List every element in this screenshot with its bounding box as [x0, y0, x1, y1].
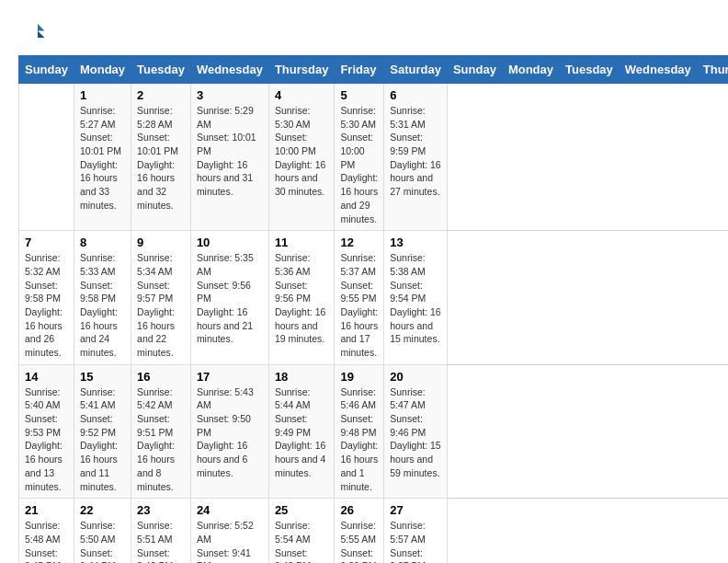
- header-tuesday: Tuesday: [131, 56, 191, 84]
- calendar-cell: 21Sunrise: 5:48 AM Sunset: 9:45 PM Dayli…: [19, 499, 74, 563]
- calendar-cell: 25Sunrise: 5:54 AM Sunset: 9:40 PM Dayli…: [268, 499, 335, 563]
- header-day-thursday: Thursday: [697, 56, 728, 84]
- day-number: 3: [197, 88, 263, 102]
- cell-content: Sunrise: 5:27 AM Sunset: 10:01 PM Daylig…: [80, 104, 125, 213]
- cell-content: Sunrise: 5:29 AM Sunset: 10:01 PM Daylig…: [197, 104, 263, 199]
- calendar-cell: 12Sunrise: 5:37 AM Sunset: 9:55 PM Dayli…: [335, 231, 384, 365]
- logo-icon: [18, 18, 46, 46]
- cell-content: Sunrise: 5:32 AM Sunset: 9:58 PM Dayligh…: [25, 251, 68, 360]
- day-number: 7: [25, 236, 68, 249]
- cell-content: Sunrise: 5:28 AM Sunset: 10:01 PM Daylig…: [137, 104, 185, 213]
- calendar-cell: 4Sunrise: 5:30 AM Sunset: 10:00 PM Dayli…: [268, 84, 335, 231]
- cell-content: Sunrise: 5:46 AM Sunset: 9:48 PM Dayligh…: [340, 385, 378, 494]
- calendar-cell: 18Sunrise: 5:44 AM Sunset: 9:49 PM Dayli…: [268, 364, 335, 499]
- header-day-sunday: Sunday: [447, 56, 502, 84]
- svg-marker-0: [38, 24, 45, 31]
- svg-marker-1: [38, 31, 45, 39]
- cell-content: Sunrise: 5:44 AM Sunset: 9:49 PM Dayligh…: [275, 385, 329, 480]
- cell-content: Sunrise: 5:40 AM Sunset: 9:53 PM Dayligh…: [25, 385, 68, 494]
- header-friday: Friday: [335, 56, 384, 84]
- cell-content: Sunrise: 5:34 AM Sunset: 9:57 PM Dayligh…: [137, 251, 185, 360]
- day-number: 26: [340, 503, 378, 517]
- page-header: [18, 18, 710, 46]
- day-number: 10: [197, 236, 263, 249]
- logo: [18, 18, 50, 46]
- cell-content: Sunrise: 5:51 AM Sunset: 9:43 PM Dayligh…: [137, 519, 185, 563]
- header-day-wednesday: Wednesday: [619, 56, 697, 84]
- day-number: 23: [137, 503, 185, 517]
- cell-content: Sunrise: 5:57 AM Sunset: 9:37 PM Dayligh…: [390, 519, 441, 563]
- calendar-cell: 16Sunrise: 5:42 AM Sunset: 9:51 PM Dayli…: [131, 364, 191, 499]
- day-number: 20: [390, 370, 441, 384]
- calendar-week-row: 1Sunrise: 5:27 AM Sunset: 10:01 PM Dayli…: [19, 84, 729, 231]
- cell-content: Sunrise: 5:42 AM Sunset: 9:51 PM Dayligh…: [137, 385, 185, 494]
- calendar-cell: 22Sunrise: 5:50 AM Sunset: 9:44 PM Dayli…: [74, 499, 131, 563]
- day-number: 25: [275, 503, 329, 517]
- cell-content: Sunrise: 5:33 AM Sunset: 9:58 PM Dayligh…: [80, 251, 125, 360]
- day-number: 9: [137, 236, 185, 249]
- calendar-cell: [19, 84, 74, 231]
- header-monday: Monday: [74, 56, 131, 84]
- header-wednesday: Wednesday: [190, 56, 268, 84]
- day-number: 2: [137, 88, 185, 102]
- calendar-week-row: 7Sunrise: 5:32 AM Sunset: 9:58 PM Daylig…: [19, 231, 729, 365]
- calendar-cell: 13Sunrise: 5:38 AM Sunset: 9:54 PM Dayli…: [384, 231, 448, 365]
- day-number: 4: [275, 88, 329, 102]
- cell-content: Sunrise: 5:37 AM Sunset: 9:55 PM Dayligh…: [340, 251, 378, 360]
- cell-content: Sunrise: 5:36 AM Sunset: 9:56 PM Dayligh…: [275, 251, 329, 346]
- day-number: 13: [390, 236, 441, 249]
- cell-content: Sunrise: 5:47 AM Sunset: 9:46 PM Dayligh…: [390, 385, 441, 480]
- calendar-cell: 2Sunrise: 5:28 AM Sunset: 10:01 PM Dayli…: [131, 84, 191, 231]
- cell-content: Sunrise: 5:30 AM Sunset: 10:00 PM Daylig…: [340, 104, 378, 225]
- calendar-cell: 17Sunrise: 5:43 AM Sunset: 9:50 PM Dayli…: [190, 364, 268, 499]
- day-number: 18: [275, 370, 329, 384]
- day-number: 27: [390, 503, 441, 517]
- calendar-cell: 10Sunrise: 5:35 AM Sunset: 9:56 PM Dayli…: [190, 231, 268, 365]
- cell-content: Sunrise: 5:31 AM Sunset: 9:59 PM Dayligh…: [390, 104, 441, 199]
- header-day-tuesday: Tuesday: [560, 56, 620, 84]
- day-number: 12: [340, 236, 378, 249]
- cell-content: Sunrise: 5:55 AM Sunset: 9:39 PM Dayligh…: [340, 519, 378, 563]
- calendar-cell: 27Sunrise: 5:57 AM Sunset: 9:37 PM Dayli…: [384, 499, 448, 563]
- calendar-cell: 7Sunrise: 5:32 AM Sunset: 9:58 PM Daylig…: [19, 231, 74, 365]
- calendar-cell: 1Sunrise: 5:27 AM Sunset: 10:01 PM Dayli…: [74, 84, 131, 231]
- header-day-monday: Monday: [502, 56, 559, 84]
- calendar-header-row: SundayMondayTuesdayWednesdayThursdayFrid…: [19, 56, 729, 84]
- calendar-cell: 19Sunrise: 5:46 AM Sunset: 9:48 PM Dayli…: [335, 364, 384, 499]
- calendar-week-row: 21Sunrise: 5:48 AM Sunset: 9:45 PM Dayli…: [19, 499, 729, 563]
- cell-content: Sunrise: 5:41 AM Sunset: 9:52 PM Dayligh…: [80, 385, 125, 494]
- day-number: 22: [80, 503, 125, 517]
- calendar-cell: 26Sunrise: 5:55 AM Sunset: 9:39 PM Dayli…: [335, 499, 384, 563]
- header-sunday: Sunday: [19, 56, 74, 84]
- calendar-table: SundayMondayTuesdayWednesdayThursdayFrid…: [18, 55, 728, 563]
- cell-content: Sunrise: 5:48 AM Sunset: 9:45 PM Dayligh…: [25, 519, 68, 563]
- cell-content: Sunrise: 5:50 AM Sunset: 9:44 PM Dayligh…: [80, 519, 125, 563]
- cell-content: Sunrise: 5:43 AM Sunset: 9:50 PM Dayligh…: [197, 385, 263, 480]
- calendar-cell: 6Sunrise: 5:31 AM Sunset: 9:59 PM Daylig…: [384, 84, 448, 231]
- day-number: 24: [197, 503, 263, 517]
- cell-content: Sunrise: 5:54 AM Sunset: 9:40 PM Dayligh…: [275, 519, 329, 563]
- calendar-cell: 3Sunrise: 5:29 AM Sunset: 10:01 PM Dayli…: [190, 84, 268, 231]
- calendar-cell: 5Sunrise: 5:30 AM Sunset: 10:00 PM Dayli…: [335, 84, 384, 231]
- calendar-cell: 15Sunrise: 5:41 AM Sunset: 9:52 PM Dayli…: [74, 364, 131, 499]
- calendar-cell: 9Sunrise: 5:34 AM Sunset: 9:57 PM Daylig…: [131, 231, 191, 365]
- calendar-cell: 23Sunrise: 5:51 AM Sunset: 9:43 PM Dayli…: [131, 499, 191, 563]
- day-number: 1: [80, 88, 125, 102]
- header-saturday: Saturday: [384, 56, 448, 84]
- calendar-cell: 14Sunrise: 5:40 AM Sunset: 9:53 PM Dayli…: [19, 364, 74, 499]
- cell-content: Sunrise: 5:52 AM Sunset: 9:41 PM Dayligh…: [197, 519, 263, 563]
- cell-content: Sunrise: 5:35 AM Sunset: 9:56 PM Dayligh…: [197, 251, 263, 346]
- day-number: 11: [275, 236, 329, 249]
- calendar-cell: 20Sunrise: 5:47 AM Sunset: 9:46 PM Dayli…: [384, 364, 448, 499]
- day-number: 21: [25, 503, 68, 517]
- calendar-cell: 11Sunrise: 5:36 AM Sunset: 9:56 PM Dayli…: [268, 231, 335, 365]
- day-number: 5: [340, 88, 378, 102]
- calendar-week-row: 14Sunrise: 5:40 AM Sunset: 9:53 PM Dayli…: [19, 364, 729, 499]
- day-number: 17: [197, 370, 263, 384]
- cell-content: Sunrise: 5:38 AM Sunset: 9:54 PM Dayligh…: [390, 251, 441, 346]
- header-thursday: Thursday: [268, 56, 335, 84]
- day-number: 19: [340, 370, 378, 384]
- day-number: 14: [25, 370, 68, 384]
- day-number: 6: [390, 88, 441, 102]
- day-number: 16: [137, 370, 185, 384]
